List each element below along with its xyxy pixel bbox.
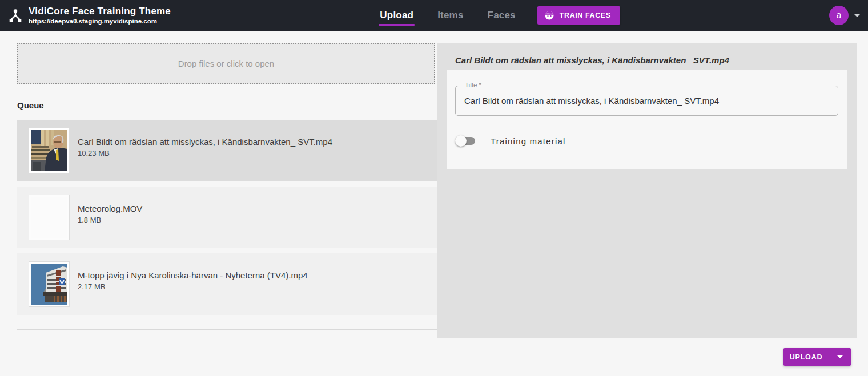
upload-split-button: UPLOAD xyxy=(783,348,851,366)
network-hub-logo-icon xyxy=(8,8,23,23)
title-field-label: Title * xyxy=(462,82,484,89)
tab-items[interactable]: Items xyxy=(437,2,463,29)
details-card: Title * Training material xyxy=(447,70,847,169)
app-header: VidiCore Face Training Theme https://dee… xyxy=(0,0,868,31)
queue-item[interactable]: M-topp jävig i Nya Karolinska-härvan - N… xyxy=(17,253,437,315)
queue-item-thumbnail xyxy=(29,195,70,240)
title-input[interactable] xyxy=(455,86,838,116)
user-menu: a xyxy=(829,6,868,25)
queue-item-name: Carl Bildt om rädslan att misslyckas, i … xyxy=(78,137,332,147)
queue-list: Carl Bildt om rädslan att misslyckas, i … xyxy=(17,120,437,320)
title-field-wrap: Title * xyxy=(455,86,838,116)
tab-faces[interactable]: Faces xyxy=(488,2,516,29)
queue-item[interactable]: Carl Bildt om rädslan att misslyckas, i … xyxy=(17,120,437,181)
queue-divider xyxy=(17,329,437,330)
training-material-label: Training material xyxy=(491,136,566,146)
app-url: https://deepva0.staging.myvidispine.com xyxy=(29,18,171,25)
queue-item-name: Meteorolog.MOV xyxy=(78,204,142,213)
queue-title: Queue xyxy=(17,100,44,110)
toggle-thumb xyxy=(455,135,467,147)
user-menu-caret-icon[interactable] xyxy=(854,14,860,17)
queue-item-thumbnail xyxy=(29,128,70,173)
face-icon xyxy=(544,10,554,21)
upload-button[interactable]: UPLOAD xyxy=(783,348,829,366)
file-dropzone[interactable]: Drop files or click to open xyxy=(17,43,435,84)
queue-item-name: M-topp jävig i Nya Karolinska-härvan - N… xyxy=(78,270,308,280)
train-faces-button[interactable]: TRAIN FACES xyxy=(537,6,620,25)
queue-item-thumbnail xyxy=(29,261,70,307)
tab-upload[interactable]: Upload xyxy=(380,2,413,29)
main-nav: Upload Items Faces xyxy=(380,2,515,29)
queue-item-size: 1.8 MB xyxy=(78,216,142,224)
details-panel: Carl Bildt om rädslan att misslyckas, i … xyxy=(437,43,857,338)
queue-item-size: 10.23 MB xyxy=(78,149,332,157)
train-faces-label: TRAIN FACES xyxy=(560,11,611,19)
queue-item-size: 2.17 MB xyxy=(78,282,308,291)
details-heading: Carl Bildt om rädslan att misslyckas, i … xyxy=(455,55,729,65)
training-material-toggle[interactable] xyxy=(455,135,477,147)
dropzone-label: Drop files or click to open xyxy=(178,59,274,68)
upload-options-button[interactable] xyxy=(829,348,851,366)
avatar[interactable]: a xyxy=(829,6,849,25)
app-title: VidiCore Face Training Theme xyxy=(29,6,171,17)
brand: VidiCore Face Training Theme https://dee… xyxy=(0,6,171,26)
queue-item[interactable]: Meteorolog.MOV 1.8 MB xyxy=(17,187,437,248)
training-material-row: Training material xyxy=(455,135,566,147)
chevron-down-icon xyxy=(837,355,843,358)
